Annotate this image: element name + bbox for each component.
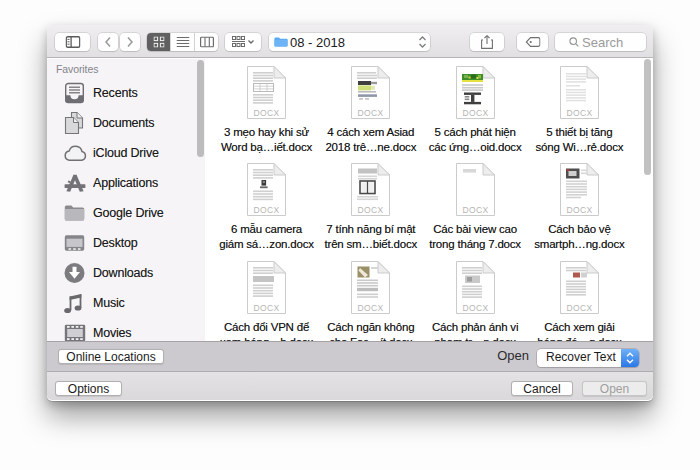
svg-text:DOCX: DOCX [253,303,279,313]
svg-text:DOCX: DOCX [566,108,592,118]
svg-text:DOCX: DOCX [462,205,488,215]
svg-text:DOCX: DOCX [253,205,279,215]
svg-text:DOCX: DOCX [462,108,488,118]
svg-text:DOCX: DOCX [358,303,384,313]
svg-text:DOCX: DOCX [358,205,384,215]
svg-text:DOCX: DOCX [253,108,279,118]
svg-text:DOCX: DOCX [566,303,592,313]
svg-text:DOCX: DOCX [566,205,592,215]
svg-text:DOCX: DOCX [358,108,384,118]
svg-text:DOCX: DOCX [462,303,488,313]
